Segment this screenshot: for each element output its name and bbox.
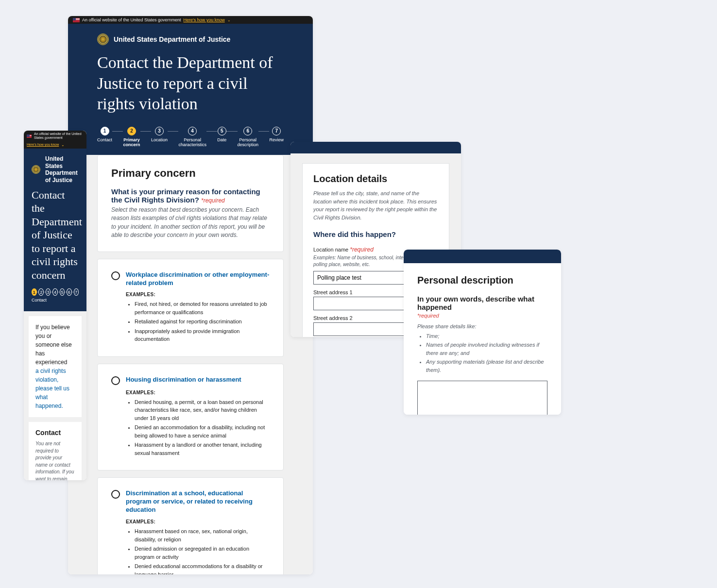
progress-stepper: 1 2 3 4 5 6 7 (32, 288, 79, 296)
step-5[interactable]: 5 (60, 288, 65, 296)
option-label: Housing discrimination or harassment (126, 376, 241, 384)
step-date[interactable]: 5Date (217, 127, 226, 143)
personal-description-panel: Personal description In your own words, … (404, 250, 561, 415)
step-personal-description[interactable]: 6Personal description (238, 127, 259, 148)
pd-question: In your own words, describe what happene… (417, 295, 547, 311)
step-review[interactable]: 7Review (269, 127, 284, 143)
radio-icon[interactable] (111, 271, 120, 280)
location-helper: Please tell us the city, state, and name… (313, 189, 438, 221)
dept-name: United States Department of Justice (114, 35, 230, 43)
contact-card: Contact You are not required to provide … (29, 422, 82, 480)
question-helper: Select the reason that best describes yo… (111, 206, 270, 240)
page-title: Contact the Department of Justice to rep… (32, 188, 79, 282)
desktop-panel: An official website of the United States… (68, 16, 313, 574)
option-workplace[interactable]: Workplace discrimination or other employ… (97, 259, 284, 357)
us-flag-icon (73, 18, 80, 22)
step-1[interactable]: 1 (32, 288, 37, 296)
option-label: Workplace discrimination or other employ… (126, 271, 270, 287)
pd-body: Personal description In your own words, … (404, 263, 561, 415)
gov-banner: An official website of the United States… (68, 16, 313, 24)
radio-icon[interactable] (111, 376, 120, 385)
doj-seal-icon (32, 165, 40, 174)
header: United States Department of Justice Cont… (68, 24, 313, 162)
doj-seal-icon (97, 34, 109, 45)
gov-banner-link[interactable]: Here's how you know (183, 17, 224, 22)
primary-question: What is your primary reason for contacti… (111, 187, 270, 204)
step-primary-concern[interactable]: 2Primary concern (123, 127, 140, 148)
content-area: If you believe you or someone else has e… (24, 311, 86, 480)
examples-list: Fired, not hired, or demoted for reasons… (135, 300, 270, 343)
chevron-down-icon: ⌄ (227, 18, 231, 22)
gov-banner: An official website of the United States… (24, 131, 86, 149)
step-2[interactable]: 2 (38, 288, 44, 296)
progress-stepper: 1Contact 2Primary concern 3Location 4Per… (97, 127, 284, 148)
location-heading: Location details (313, 173, 438, 185)
us-flag-icon (27, 134, 32, 138)
option-education[interactable]: Discrimination at a school, educational … (97, 477, 284, 574)
contact-heading: Contact (35, 429, 75, 437)
pd-required: *required (417, 313, 547, 319)
option-housing[interactable]: Housing discrimination or harassment EXA… (97, 364, 284, 471)
radio-icon[interactable] (111, 490, 120, 499)
pd-heading: Personal description (417, 275, 547, 286)
panel-header-bar (404, 250, 561, 263)
examples-label: EXAMPLES: (126, 519, 270, 524)
question-card: Primary concern What is your primary rea… (97, 155, 284, 252)
gov-banner-text: An official website of the United States… (34, 132, 84, 140)
option-label: Discrimination at a school, educational … (126, 489, 270, 514)
step-4[interactable]: 4 (52, 288, 58, 296)
intro-card: If you believe you or someone else has e… (29, 316, 82, 417)
step-location[interactable]: 3Location (151, 127, 168, 143)
contact-helper: You are not required to provide your nam… (35, 440, 75, 480)
step-personal-characteristics[interactable]: 4Personal characteristics (178, 127, 206, 148)
examples-list: Harassment based on race, sex, national … (135, 527, 270, 574)
step-7[interactable]: 7 (74, 288, 79, 296)
location-question: Where did this happen? (313, 230, 438, 238)
panel-header-bar (290, 142, 461, 153)
mobile-panel: An official website of the United States… (24, 131, 86, 480)
examples-label: EXAMPLES: (126, 390, 270, 395)
intro-link[interactable]: a civil rights violation, please tell us… (35, 368, 69, 409)
gov-banner-link[interactable]: Here's how you know (27, 143, 59, 147)
page-title: Contact the Department of Justice to rep… (97, 52, 284, 115)
description-textarea[interactable] (417, 381, 547, 415)
section-heading: Primary concern (111, 167, 270, 180)
dept-name: United States Department of Justice (45, 155, 79, 184)
examples-label: EXAMPLES: (126, 292, 270, 297)
step-3[interactable]: 3 (46, 288, 51, 296)
chevron-down-icon: ⌄ (61, 143, 65, 148)
pd-helper: Please share details like: (417, 323, 547, 329)
current-step-label: Contact (32, 298, 79, 302)
examples-list: Denied housing, a permit, or a loan base… (135, 398, 270, 457)
step-6[interactable]: 6 (67, 288, 72, 296)
pd-bullets: Time; Names of people involved including… (426, 332, 547, 375)
content-area: Primary concern What is your primary rea… (68, 155, 313, 574)
header: United States Department of Justice Cont… (24, 149, 86, 311)
gov-banner-text: An official website of the United States… (82, 17, 181, 22)
step-contact[interactable]: 1Contact (97, 127, 112, 143)
